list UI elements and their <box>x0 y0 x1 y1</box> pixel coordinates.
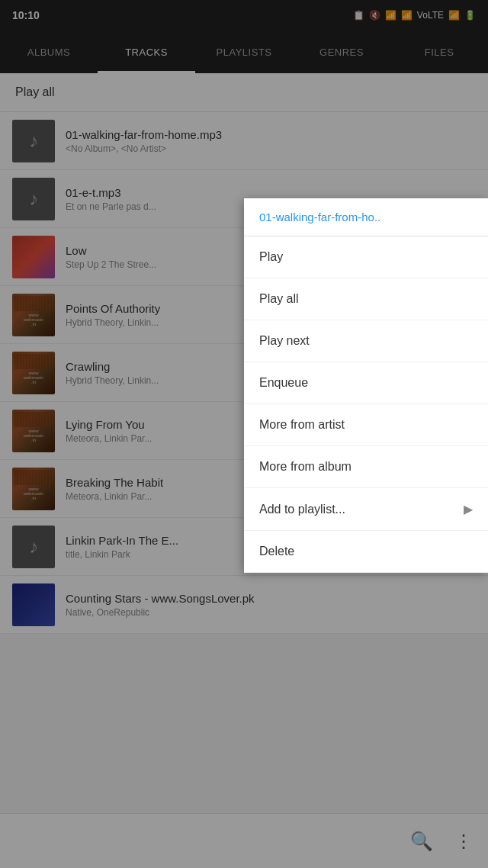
context-menu-delete[interactable]: Delete <box>244 531 488 573</box>
context-menu-more-artist[interactable]: More from artist <box>244 404 488 446</box>
context-menu-enqueue[interactable]: Enqueue <box>244 362 488 404</box>
context-menu-filename: 01-walking-far-from-ho.. <box>244 198 488 236</box>
chevron-right-icon: ▶ <box>464 502 473 516</box>
context-menu-add-playlist[interactable]: Add to playlist... ▶ <box>244 488 488 531</box>
context-menu-play-next[interactable]: Play next <box>244 320 488 362</box>
context-menu-more-album[interactable]: More from album <box>244 446 488 488</box>
context-menu-play[interactable]: Play <box>244 236 488 278</box>
context-menu-play-all[interactable]: Play all <box>244 278 488 320</box>
context-menu: 01-walking-far-from-ho.. Play Play all P… <box>244 198 488 573</box>
